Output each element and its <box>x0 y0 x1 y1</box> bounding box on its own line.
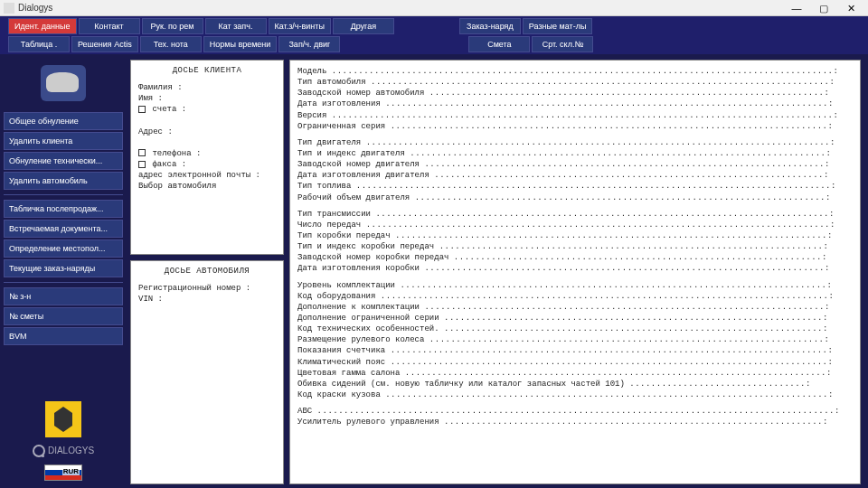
detail-field: ABC ....................................… <box>297 406 853 417</box>
topnav-tab[interactable]: Кат.з/ч-винты <box>269 18 331 34</box>
detail-field: Тип коробки передач ....................… <box>297 230 853 241</box>
close-button[interactable]: ✕ <box>837 1 864 15</box>
topnav-tab[interactable]: Заказ-наряд <box>459 18 521 34</box>
window-buttons: — ▢ ✕ <box>783 1 864 15</box>
detail-field: Заводской номер коробки передач ........… <box>297 252 853 263</box>
detail-field: Усилитель рулевого управления ..........… <box>297 417 853 427</box>
detail-field: Тип автомобиля .........................… <box>297 77 853 88</box>
auto-field: VIN : <box>138 294 276 305</box>
client-field: Имя : <box>138 93 276 104</box>
sidebar-button[interactable]: BVM <box>4 327 123 345</box>
topnav-tab <box>405 36 467 52</box>
client-field: Адрес : <box>138 127 276 137</box>
detail-field: Версия .................................… <box>297 110 853 121</box>
topnav-tab[interactable]: Тех. нота <box>140 36 202 52</box>
sidebar-button[interactable]: Удалить автомобиль <box>4 172 123 190</box>
detail-field: Климатический пояс .....................… <box>297 357 853 368</box>
detail-field: Код технических особенностей. ..........… <box>297 324 853 334</box>
title-bar: Dialogys — ▢ ✕ <box>0 0 868 16</box>
detail-field: Дополнение к комплектации ..............… <box>297 302 853 313</box>
topnav-tab[interactable]: Таблица . <box>8 36 70 52</box>
topnav-tab[interactable]: Другая <box>333 18 394 34</box>
topnav-tab[interactable]: Идент. данные <box>8 18 77 34</box>
detail-field: Тип и индекс двигателя .................… <box>297 148 853 159</box>
client-field <box>138 115 276 126</box>
detail-field: Модель .................................… <box>297 66 853 77</box>
detail-field: Тип двигателя ..........................… <box>297 137 853 148</box>
auto-panel-title: ДОСЬЕ АВТОМОБИЛЯ <box>138 267 276 276</box>
auto-field: Регистрационный номер : <box>138 283 276 294</box>
topnav-tab[interactable]: Срт. скл.№ <box>532 36 593 52</box>
topnav-tab[interactable]: Разные мат-лы <box>523 18 593 34</box>
topnav-tab <box>396 18 458 34</box>
client-field: факса : <box>138 159 276 170</box>
divider <box>4 282 123 283</box>
divider <box>4 194 123 195</box>
sidebar-button[interactable]: Обнуление технически... <box>4 152 123 170</box>
auto-panel: ДОСЬЕ АВТОМОБИЛЯ Регистрационный номер :… <box>130 260 284 484</box>
client-field: Выбор автомобиля <box>138 181 276 192</box>
detail-field: Размещение рулевого колеса .............… <box>297 334 853 345</box>
detail-field: Дата изготовления двигателя ............… <box>297 170 853 181</box>
detail-field: Заводской номер двигателя ..............… <box>297 159 853 170</box>
sidebar-button[interactable]: Определение местопол... <box>4 239 123 258</box>
sidebar-button[interactable]: № з-н <box>4 287 123 305</box>
detail-field: Цветовая гамма салона ..................… <box>297 368 853 379</box>
brand-label: DIALOGYS <box>4 445 123 457</box>
topnav-tab[interactable]: Смета <box>468 36 530 52</box>
client-field: счета : <box>138 104 276 115</box>
detail-field: Код краски кузова ......................… <box>297 389 853 400</box>
topnav-tab[interactable]: Контакт <box>79 18 140 34</box>
topnav-tab <box>342 36 403 52</box>
detail-field: Тип топлива ............................… <box>297 181 853 192</box>
detail-field: Уровень комплектации ...................… <box>297 280 853 291</box>
detail-field: Ограниченная серия .....................… <box>297 121 853 132</box>
client-field: телефона : <box>138 148 276 159</box>
sidebar: Общее обнулениеУдалить клиентаОбнуление … <box>0 54 127 488</box>
topnav-tab[interactable]: Зап/ч. двиг <box>278 36 340 52</box>
sidebar-button[interactable]: Табличка послепродаж... <box>4 200 123 218</box>
detail-field: Дата изготовления ......................… <box>297 99 853 109</box>
detail-field: Код оборудования .......................… <box>297 291 853 302</box>
maximize-button[interactable]: ▢ <box>810 1 837 15</box>
client-field <box>138 137 276 148</box>
app-icon <box>4 3 14 14</box>
client-field: адрес электронной почты : <box>138 170 276 181</box>
topnav-tab[interactable]: Нормы времени <box>203 36 278 52</box>
client-field: Фамилия : <box>138 82 276 93</box>
car-icon <box>41 65 86 101</box>
sidebar-button[interactable]: Текущие заказ-наряды <box>4 259 123 277</box>
sidebar-button[interactable]: № сметы <box>4 307 123 325</box>
detail-field: Тип трансмиссии ........................… <box>297 209 853 220</box>
details-panel: Модель .................................… <box>289 60 861 484</box>
window-title: Dialogys <box>18 3 783 13</box>
top-nav: Идент. данныеКонтактРук. по ремКат запч.… <box>0 16 868 54</box>
question-icon <box>33 445 45 457</box>
renault-logo <box>45 401 81 437</box>
content-area: ДОСЬЕ КЛИЕНТА Фамилия :Имя : счета : Адр… <box>127 54 868 488</box>
topnav-tab[interactable]: Рук. по рем <box>142 18 203 34</box>
detail-field: Дополнение ограниченной серии ..........… <box>297 313 853 324</box>
language-selector[interactable]: RUR <box>44 465 82 481</box>
client-panel: ДОСЬЕ КЛИЕНТА Фамилия :Имя : счета : Адр… <box>130 60 284 255</box>
topnav-tab[interactable]: Решения Actis <box>71 36 138 52</box>
detail-field: Заводской номер автомобиля .............… <box>297 88 853 99</box>
sidebar-button[interactable]: Удалить клиента <box>4 132 123 150</box>
sidebar-button[interactable]: Встречаемая документа... <box>4 220 123 238</box>
detail-field: Тип и индекс коробки передач ...........… <box>297 241 853 252</box>
topnav-tab[interactable]: Кат запч. <box>205 18 267 34</box>
detail-field: Дата изготовления коробки ..............… <box>297 263 853 274</box>
detail-field: Показания счетчика .....................… <box>297 345 853 356</box>
detail-field: Обивка сидений (см. новую табличку или к… <box>297 379 853 389</box>
detail-field: Число передач ..........................… <box>297 220 853 230</box>
client-panel-title: ДОСЬЕ КЛИЕНТА <box>138 66 276 75</box>
currency-label: RUR <box>62 467 80 475</box>
detail-field: Рабочий объем двигателя ................… <box>297 192 853 203</box>
minimize-button[interactable]: — <box>783 1 810 15</box>
sidebar-button[interactable]: Общее обнуление <box>4 112 123 130</box>
